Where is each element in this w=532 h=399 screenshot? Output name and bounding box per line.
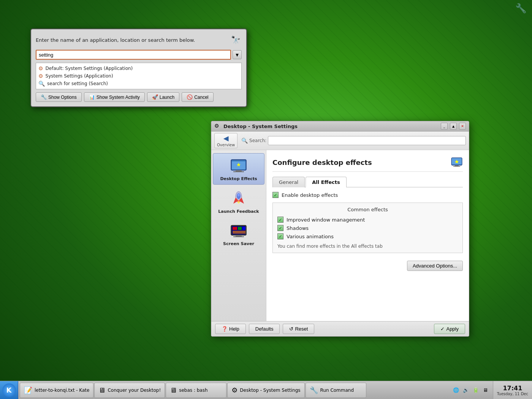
result-icon-1: ⚙ — [38, 73, 43, 79]
window-close-button[interactable]: ✕ — [459, 123, 466, 130]
sidebar-item-screen-saver[interactable]: Screen Saver — [213, 218, 264, 249]
run-result-item[interactable]: ⚙ System Settings (Application) — [38, 72, 239, 80]
sidebar-item-desktop-effects[interactable]: Desktop Effects — [213, 153, 264, 185]
sidebar-item-desktop-effects-label: Desktop Effects — [220, 176, 257, 181]
result-text-2: search for setting (Search) — [47, 81, 108, 86]
search-label: Search: — [249, 138, 266, 143]
show-options-button[interactable]: 🔧 Show Options — [36, 92, 82, 102]
effect-checkbox-2[interactable]: ✓ — [277, 233, 283, 239]
titlebar-icon: ⚙ — [214, 123, 221, 130]
result-text-0: Default: System Settings (Application) — [46, 66, 133, 71]
kate-taskbar-icon: 📝 — [24, 386, 32, 394]
window-title: Desktop - System Settings — [223, 124, 439, 129]
run-result-item[interactable]: 🔍 search for setting (Search) — [38, 80, 239, 87]
settings-taskbar-icon: ⚙ — [231, 386, 238, 394]
taskbar-item-settings[interactable]: ⚙ Desktop - System Settings — [227, 383, 304, 398]
wrench-corner-icon: 🔧 — [515, 3, 527, 15]
settings-window: ⚙ Desktop - System Settings _ ▲ ✕ ◀ Over… — [211, 121, 469, 337]
enable-effects-row: ✓ Enable desktop effects — [272, 192, 463, 198]
defaults-label: Defaults — [255, 326, 274, 332]
search-input[interactable] — [268, 136, 466, 145]
sidebar-item-launch-feedback[interactable]: Launch Feedback — [213, 186, 264, 217]
launch-button[interactable]: 🚀 Launch — [147, 92, 179, 102]
effect-label-2: Various animations — [287, 234, 334, 239]
effects-note: You can find more effects in the All eff… — [277, 244, 458, 249]
taskbar-clock[interactable]: 17:41 Tuesday, 11 Dec — [493, 381, 532, 399]
show-system-activity-button[interactable]: 📊 Show System Activity — [84, 92, 145, 102]
back-arrow-icon: ◀ — [223, 134, 229, 142]
cancel-button[interactable]: 🚫 Cancel — [182, 92, 213, 102]
defaults-button[interactable]: Defaults — [249, 324, 280, 334]
run-taskbar-label: Run Command — [320, 388, 354, 393]
svg-rect-4 — [233, 171, 244, 172]
svg-rect-20 — [233, 236, 244, 237]
run-dialog-label: Enter the name of an application, locati… — [36, 37, 226, 43]
window-minimize-button[interactable]: _ — [441, 123, 448, 130]
reset-label: Reset — [295, 326, 308, 332]
svg-rect-16 — [238, 227, 242, 230]
taskbar-item-bash[interactable]: 🖥 sebas : bash — [166, 383, 226, 398]
reset-button[interactable]: ↺ Reset — [283, 324, 314, 334]
launch-feedback-icon — [230, 189, 248, 207]
common-effects-title: Common effects — [277, 207, 458, 212]
help-button[interactable]: ❓ Help — [215, 324, 246, 334]
toolbar-search-row: 🔍 Search: — [241, 136, 466, 145]
tab-all-effects[interactable]: All Effects — [306, 177, 346, 187]
tab-general[interactable]: General — [272, 177, 305, 187]
search-icon: 🔍 — [241, 138, 248, 144]
panel-header: Configure desktop effects — [272, 156, 463, 172]
run-dialog-input-row: ▼ — [36, 50, 242, 60]
taskbar: K 📝 letter-to-konqi.txt - Kate 🖥 Conquer… — [0, 381, 532, 399]
bash-taskbar-label: sebas : bash — [179, 388, 207, 393]
tray-network-icon[interactable]: 🌐 — [452, 386, 460, 394]
window-content: Desktop Effects — [211, 150, 469, 321]
run-dialog-buttons: 🔧 Show Options 📊 Show System Activity 🚀 … — [36, 92, 242, 102]
show-options-label: Show Options — [48, 95, 77, 100]
effect-checkbox-1[interactable]: ✓ — [277, 225, 283, 231]
common-effects-box: Common effects ✓ Improved window managem… — [272, 203, 463, 253]
taskbar-item-kate[interactable]: 📝 letter-to-konqi.txt - Kate — [20, 383, 93, 398]
bash-taskbar-icon: 🖥 — [170, 386, 177, 394]
svg-rect-19 — [236, 235, 242, 236]
tab-general-label: General — [279, 179, 298, 185]
run-taskbar-icon: 🔧 — [310, 386, 318, 394]
result-text-1: System Settings (Application) — [46, 73, 113, 79]
show-options-icon: 🔧 — [41, 94, 47, 100]
cancel-label: Cancel — [194, 95, 208, 100]
effect-item-2: ✓ Various animations — [277, 232, 458, 241]
effect-item-1: ✓ Shadows — [277, 224, 458, 232]
window-toolbar: ◀ Overview 🔍 Search: — [211, 131, 469, 150]
system-tray: 🌐 🔊 🔋 🖥 — [449, 381, 493, 399]
apply-button[interactable]: ✓ Apply — [434, 324, 465, 334]
tray-battery-icon[interactable]: 🔋 — [472, 386, 480, 394]
effect-item-0: ✓ Improved window management — [277, 215, 458, 224]
settings-taskbar-label: Desktop - System Settings — [240, 388, 300, 393]
taskbar-item-run[interactable]: 🔧 Run Command — [306, 383, 366, 398]
tray-display-icon[interactable]: 🖥 — [481, 386, 490, 394]
kde-menu-button[interactable]: K — [0, 381, 18, 399]
enable-effects-checkbox[interactable]: ✓ — [272, 192, 279, 198]
run-result-item[interactable]: ⚙ Default: System Settings (Application) — [38, 65, 239, 72]
advanced-options-button[interactable]: Advanced Options... — [407, 261, 463, 271]
result-icon-0: ⚙ — [38, 65, 43, 71]
svg-rect-3 — [236, 170, 242, 171]
apply-label: Apply — [446, 326, 459, 332]
effect-checkbox-0[interactable]: ✓ — [277, 217, 283, 223]
tray-volume-icon[interactable]: 🔊 — [462, 386, 470, 394]
window-restore-button[interactable]: ▲ — [450, 123, 457, 130]
system-activity-label: Show System Activity — [97, 95, 140, 100]
input-dropdown-icon[interactable]: ▼ — [233, 50, 242, 59]
help-icon: ❓ — [222, 326, 228, 332]
svg-rect-17 — [242, 227, 245, 230]
svg-rect-25 — [453, 166, 460, 167]
cancel-icon: 🚫 — [187, 94, 193, 100]
clock-date: Tuesday, 11 Dec — [497, 392, 528, 396]
panel-title-icon — [451, 156, 463, 168]
svg-rect-18 — [233, 231, 245, 234]
binoculars-icon: 🔭 — [230, 34, 242, 46]
taskbar-item-conquer[interactable]: 🖥 Conquer your Desktop! — [94, 383, 165, 398]
taskbar-items: 📝 letter-to-konqi.txt - Kate 🖥 Conquer y… — [18, 381, 449, 399]
window-titlebar: ⚙ Desktop - System Settings _ ▲ ✕ — [211, 121, 469, 131]
overview-back-button[interactable]: ◀ Overview — [214, 133, 238, 148]
run-dialog-input[interactable] — [36, 50, 231, 60]
